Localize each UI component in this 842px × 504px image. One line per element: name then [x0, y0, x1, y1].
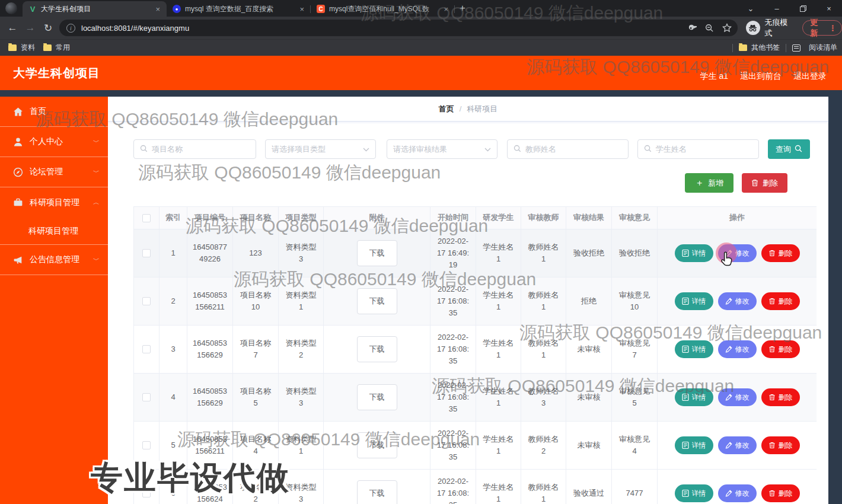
- checkbox[interactable]: [142, 489, 151, 497]
- breadcrumb-home[interactable]: 首页: [439, 104, 454, 114]
- browser-menu-icon[interactable]: ⋮: [829, 24, 837, 33]
- row-delete-button[interactable]: 删除: [761, 436, 800, 454]
- row-delete-button[interactable]: 删除: [761, 340, 800, 358]
- address-bar[interactable]: i localhost:8081/#/keyanxiangmu: [59, 20, 738, 36]
- edit-button[interactable]: 修改: [718, 340, 757, 358]
- reading-list-icon: [792, 44, 800, 52]
- new-tab-button[interactable]: +: [460, 2, 465, 14]
- filter-search-input[interactable]: 学生姓名: [637, 139, 759, 159]
- cell-project-type: 资料类型 3: [279, 374, 324, 422]
- edit-button[interactable]: 修改: [718, 292, 757, 310]
- cell-project-no: 16450877 49226: [187, 229, 233, 277]
- checkbox[interactable]: [142, 345, 151, 353]
- bookmark-item[interactable]: 资料: [8, 43, 35, 53]
- close-tab-icon[interactable]: ×: [298, 5, 306, 14]
- filter-search-input[interactable]: 教师姓名: [507, 139, 629, 159]
- checkbox[interactable]: [142, 249, 151, 257]
- table-row: 316450853 156629项目名称 7资料类型 2下载2022-02- 1…: [134, 326, 817, 374]
- close-tab-icon[interactable]: ×: [442, 5, 450, 14]
- detail-button[interactable]: 详情: [675, 388, 713, 406]
- minimize-button[interactable]: –: [764, 0, 790, 17]
- checkbox[interactable]: [142, 393, 151, 401]
- action-label: 修改: [735, 440, 749, 451]
- bookmark-item[interactable]: 常用: [43, 43, 70, 53]
- browser-toolbar: ← → ↻ i localhost:8081/#/keyanxiangmu 无痕…: [0, 17, 842, 39]
- checkbox[interactable]: [142, 297, 151, 305]
- add-button[interactable]: ＋ 新增: [685, 173, 733, 193]
- checkbox[interactable]: [142, 214, 151, 222]
- row-delete-button[interactable]: 删除: [761, 484, 800, 502]
- exit-to-front-link[interactable]: 退出到前台: [740, 71, 782, 82]
- cell-operations: 详情修改删除: [658, 277, 817, 326]
- edit-button[interactable]: 修改: [718, 244, 757, 262]
- checkbox[interactable]: [142, 441, 151, 449]
- bookmark-star-icon[interactable]: [722, 23, 732, 33]
- reading-list[interactable]: 阅读清单: [792, 43, 837, 53]
- back-icon[interactable]: ←: [4, 19, 21, 37]
- browser-tab-strip: V大学生科创项目×●mysql 查询空数据_百度搜索×Cmysql查询空值和nu…: [0, 0, 842, 17]
- breadcrumb-current: 科研项目: [467, 104, 497, 114]
- download-button[interactable]: 下载: [357, 384, 397, 410]
- browser-logo[interactable]: [5, 2, 17, 14]
- filter-select[interactable]: 请选择审核结果: [387, 139, 497, 159]
- browser-tab[interactable]: ●mysql 查询空数据_百度搜索×: [167, 1, 311, 17]
- row-checkbox-cell: [134, 470, 160, 504]
- search-button[interactable]: 查询: [768, 139, 810, 159]
- browser-tab[interactable]: V大学生科创项目×: [23, 1, 167, 17]
- download-button[interactable]: 下载: [357, 432, 397, 458]
- zoom-icon[interactable]: [705, 24, 714, 33]
- pencil-icon: [725, 490, 732, 497]
- action-label: 修改: [735, 248, 749, 259]
- cell-operations: 详情修改删除: [658, 470, 817, 504]
- close-window-button[interactable]: ×: [816, 0, 842, 17]
- row-checkbox-cell: [134, 374, 160, 422]
- forward-icon[interactable]: →: [21, 19, 39, 37]
- browser-tab[interactable]: Cmysql查询空值和null_MySQL数×: [311, 1, 455, 17]
- row-delete-button[interactable]: 删除: [761, 388, 800, 406]
- cell-start-time: 2022-02- 17 16:08: 35: [430, 326, 476, 374]
- download-button[interactable]: 下载: [357, 288, 397, 314]
- cell-index: 3: [160, 326, 187, 374]
- cell-audit-opinion: 验收拒绝: [612, 229, 658, 277]
- update-button[interactable]: 更新 ⋮: [802, 20, 842, 36]
- document-icon: [682, 298, 689, 305]
- edit-button[interactable]: 修改: [718, 388, 757, 406]
- sidebar-item[interactable]: 个人中心﹀: [0, 127, 108, 157]
- close-tab-icon[interactable]: ×: [154, 5, 162, 14]
- sidebar-item[interactable]: 首页: [0, 97, 108, 127]
- detail-button[interactable]: 详情: [675, 244, 713, 262]
- download-button[interactable]: 下载: [357, 480, 397, 504]
- site-info-icon[interactable]: i: [66, 24, 75, 33]
- row-delete-button[interactable]: 删除: [761, 292, 800, 310]
- sidebar: 首页个人中心﹀论坛管理﹀科研项目管理︿科研项目管理公告信息管理﹀: [0, 97, 108, 504]
- edit-button[interactable]: 修改: [718, 436, 757, 454]
- filter-search-input[interactable]: 项目名称: [133, 139, 256, 159]
- key-icon[interactable]: [688, 24, 697, 33]
- filter-select[interactable]: 请选择项目类型: [265, 139, 376, 159]
- detail-button[interactable]: 详情: [675, 340, 713, 358]
- bookmarks-bar: 资料常用 其他书签 阅读清单: [0, 39, 842, 56]
- detail-button[interactable]: 详情: [675, 436, 713, 454]
- sidebar-item[interactable]: 科研项目管理︿: [0, 187, 108, 218]
- refresh-icon[interactable]: ↻: [39, 19, 57, 37]
- logout-link[interactable]: 退出登录: [793, 71, 827, 82]
- sidebar-item[interactable]: 公告信息管理﹀: [0, 245, 108, 275]
- download-button[interactable]: 下载: [357, 336, 397, 362]
- chevron-down-icon[interactable]: ⌄: [738, 0, 764, 17]
- row-delete-button[interactable]: 删除: [761, 244, 800, 262]
- cell-audit-opinion: 审核意见 7: [612, 326, 658, 374]
- url-text[interactable]: localhost:8081/#/keyanxiangmu: [81, 24, 680, 33]
- sidebar-subitem[interactable]: 科研项目管理: [0, 218, 108, 245]
- restore-button[interactable]: [790, 0, 816, 17]
- delete-button[interactable]: 删除: [742, 173, 787, 193]
- download-button[interactable]: 下载: [357, 240, 397, 266]
- other-bookmarks[interactable]: 其他书签: [739, 43, 780, 53]
- cell-attachment: 下载: [324, 374, 430, 422]
- edit-button[interactable]: 修改: [718, 484, 757, 502]
- briefcase-icon: [12, 197, 24, 209]
- action-label: 详情: [692, 248, 706, 259]
- sidebar-item[interactable]: 论坛管理﹀: [0, 157, 108, 187]
- row-actions: 详情修改删除: [659, 292, 815, 310]
- detail-button[interactable]: 详情: [675, 484, 713, 502]
- detail-button[interactable]: 详情: [675, 292, 713, 310]
